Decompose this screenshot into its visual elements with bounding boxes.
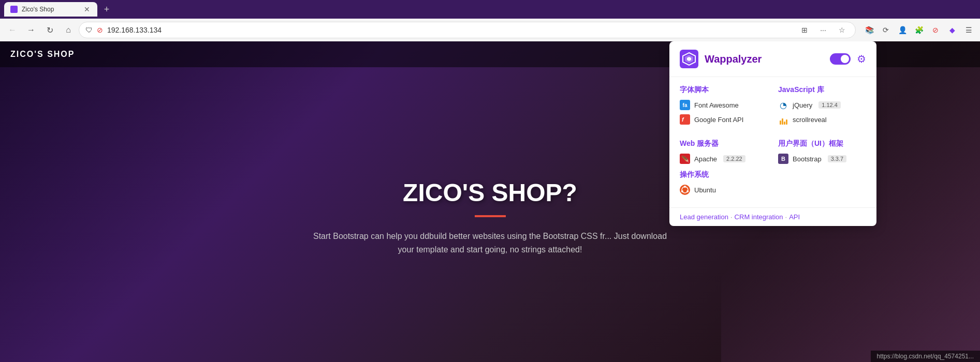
google-fonts-item: f Google Font API	[680, 114, 768, 125]
wappalyzer-header: Wappalyzer ⚙	[669, 41, 876, 77]
tab-bar: Zico's Shop ✕ +	[0, 0, 980, 19]
sync-icon[interactable]: ⟳	[879, 23, 893, 37]
apache-item: 🪶 Apache 2.2.22	[680, 154, 768, 164]
new-tab-button[interactable]: +	[99, 2, 114, 17]
bookmark-button[interactable]: ☆	[835, 23, 849, 37]
wappalyzer-footer: Lead generation · CRM integration · API	[669, 207, 876, 226]
home-button[interactable]: ⌂	[60, 22, 77, 38]
svg-text:f: f	[682, 116, 684, 123]
hero-divider	[475, 215, 506, 217]
bottom-status-bar: https://blog.csdn.net/qq_4574251...	[871, 351, 980, 362]
qr-code-button[interactable]: ⊞	[797, 23, 812, 37]
no-sign-icon[interactable]: ⊘	[928, 23, 943, 37]
more-button[interactable]: ···	[816, 23, 830, 37]
bookmarks-icon[interactable]: 📚	[862, 23, 876, 37]
svg-point-9	[686, 190, 689, 192]
svg-text:🪶: 🪶	[681, 155, 689, 163]
tracking-icon: ⊘	[97, 26, 103, 34]
wappalyzer-icon[interactable]: ◆	[945, 23, 959, 37]
svg-point-10	[681, 190, 683, 192]
bootstrap-icon: B	[778, 154, 788, 164]
footer-dot-2: ·	[785, 213, 787, 221]
back-button[interactable]: ←	[4, 22, 21, 38]
font-scripts-title: 字体脚本	[680, 85, 768, 95]
scrollreveal-item: scrollreveal	[778, 114, 866, 125]
lead-generation-link[interactable]: Lead generation	[680, 213, 728, 221]
font-awesome-icon: fa	[680, 100, 690, 110]
hover-url: https://blog.csdn.net/qq_4574251...	[877, 353, 974, 360]
js-libs-title: JavaScript 库	[778, 85, 866, 95]
active-tab[interactable]: Zico's Shop ✕	[4, 2, 97, 17]
toolbar-right: 📚 ⟳ 👤 🧩 ⊘ ◆ ☰	[862, 23, 976, 37]
apache-name: Apache	[694, 155, 717, 163]
refresh-button[interactable]: ↻	[41, 22, 58, 38]
browser-chrome: Zico's Shop ✕ + ← → ↻ ⌂ 🛡 ⊘ 192.168.133.…	[0, 0, 980, 41]
ubuntu-item: Ubuntu	[680, 185, 866, 195]
apache-version: 2.2.22	[723, 155, 745, 162]
bootstrap-version: 3.3.7	[828, 155, 846, 162]
address-bar[interactable]: 🛡 ⊘ 192.168.133.134 ⊞ ··· ☆	[79, 22, 856, 38]
ui-framework-title: 用户界面（UI）框架	[778, 139, 866, 148]
tab-close-button[interactable]: ✕	[83, 5, 91, 13]
jquery-icon: ◔	[778, 100, 788, 110]
font-awesome-item: fa Font Awesome	[680, 100, 768, 110]
bootstrap-name: Bootstrap	[793, 155, 822, 163]
browser-toolbar: ← → ↻ ⌂ 🛡 ⊘ 192.168.133.134 ⊞ ··· ☆ 📚 ⟳ …	[0, 19, 980, 41]
website-area: ZICO'S SHOP ZICO'S SHOP? Start Bootstrap…	[0, 41, 980, 362]
wappalyzer-body: 字体脚本 fa Font Awesome f Google Font API J…	[669, 77, 876, 207]
crm-integration-link[interactable]: CRM integration	[735, 213, 783, 221]
font-awesome-name: Font Awesome	[694, 101, 739, 109]
jquery-item: ◔ jQuery 1.12.4	[778, 100, 866, 110]
tab-favicon	[10, 6, 18, 13]
ubuntu-name: Ubuntu	[694, 186, 716, 194]
forward-icon: →	[27, 25, 35, 35]
forward-button[interactable]: →	[23, 22, 39, 38]
wappalyzer-logo	[680, 50, 698, 68]
section-os: 操作系统 Ubuntu	[680, 170, 866, 195]
hero-subtitle: Start Bootstrap can help you ddbuild bet…	[309, 230, 671, 256]
google-font-name: Google Font API	[694, 116, 743, 124]
svg-point-8	[684, 186, 686, 188]
footer-dot-1: ·	[730, 213, 733, 221]
tab-title: Zico's Shop	[22, 6, 54, 13]
user-icon[interactable]: 👤	[895, 23, 910, 37]
jquery-name: jQuery	[793, 101, 812, 109]
scrollreveal-icon	[778, 114, 788, 125]
address-text: 192.168.133.134	[107, 26, 793, 34]
hero-title: ZICO'S SHOP?	[403, 178, 577, 207]
wappalyzer-settings-icon[interactable]: ⚙	[857, 53, 866, 65]
web-server-title: Web 服务器	[680, 139, 768, 148]
extensions-icon[interactable]: 🧩	[912, 23, 926, 37]
bootstrap-item: B Bootstrap 3.3.7	[778, 154, 866, 164]
section-ui-framework: 用户界面（UI）框架 B Bootstrap 3.3.7	[778, 139, 866, 168]
google-font-icon: f	[680, 114, 690, 125]
wappalyzer-grid: 字体脚本 fa Font Awesome f Google Font API J…	[680, 85, 866, 168]
back-icon: ←	[8, 25, 17, 35]
site-logo: ZICO'S SHOP	[10, 50, 75, 59]
wappalyzer-title: Wappalyzer	[705, 53, 830, 65]
ubuntu-icon	[680, 185, 690, 195]
scrollreveal-name: scrollreveal	[793, 116, 827, 124]
section-font-scripts: 字体脚本 fa Font Awesome f Google Font API	[680, 85, 768, 129]
wappalyzer-toggle[interactable]	[830, 53, 851, 65]
jquery-version: 1.12.4	[818, 101, 841, 109]
section-web-server: Web 服务器 🪶 Apache 2.2.22	[680, 139, 768, 168]
os-title: 操作系统	[680, 170, 866, 179]
security-icon: 🛡	[85, 26, 93, 34]
apache-icon: 🪶	[680, 154, 690, 164]
menu-icon[interactable]: ☰	[961, 23, 976, 37]
home-icon: ⌂	[66, 25, 71, 35]
wappalyzer-popup: Wappalyzer ⚙ 字体脚本 fa Font Awesome f	[669, 41, 876, 226]
section-js-libs: JavaScript 库 ◔ jQuery 1.12.4 scro	[778, 85, 866, 129]
api-link[interactable]: API	[789, 213, 800, 221]
refresh-icon: ↻	[47, 25, 53, 35]
